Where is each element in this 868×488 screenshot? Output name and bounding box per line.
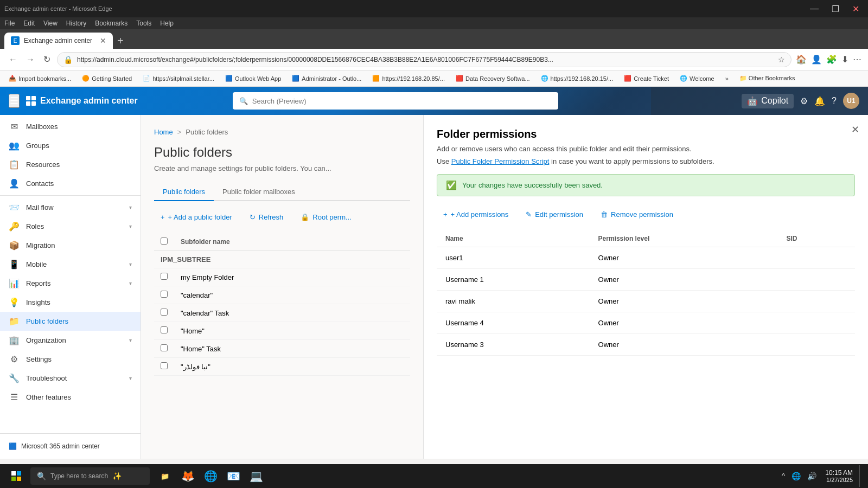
edit-permission-button[interactable]: ✎ Edit permission <box>519 207 590 222</box>
tray-speaker-icon[interactable]: 🔊 <box>805 470 819 483</box>
menu-edit[interactable]: Edit <box>23 20 35 27</box>
tray-chevron-icon[interactable]: ^ <box>780 470 788 483</box>
sidebar-item-organization[interactable]: 🏢 Organization ▾ <box>0 331 141 350</box>
row-checkbox[interactable] <box>161 273 168 280</box>
remove-permission-button[interactable]: 🗑 Remove permission <box>594 207 680 222</box>
forward-button[interactable]: → <box>24 53 37 67</box>
root-permissions-button[interactable]: 🔒 Root perm... <box>294 210 358 224</box>
bookmark-import[interactable]: 📥 Import bookmarks... <box>4 74 75 83</box>
settings-icon[interactable]: ⚙ <box>800 96 808 106</box>
sidebar-item-insights[interactable]: 💡 Insights <box>0 293 141 312</box>
row-checkbox[interactable] <box>161 362 168 369</box>
menu-file[interactable]: File <box>4 20 15 27</box>
row-checkbox[interactable] <box>161 291 168 298</box>
permission-row[interactable]: Username 1 Owner <box>437 269 855 291</box>
permission-row[interactable]: ravi malik Owner <box>437 291 855 312</box>
tab-close-button[interactable]: ✕ <box>100 36 106 45</box>
hamburger-menu-button[interactable]: ☰ <box>9 94 20 108</box>
taskbar-app-outlook[interactable]: 📧 <box>222 465 244 487</box>
table-row[interactable]: "calendar" Task <box>154 304 410 322</box>
more-options-icon[interactable]: ⋯ <box>853 54 861 65</box>
taskbar-app-visual-studio[interactable]: 💻 <box>245 465 267 487</box>
notification-bell-icon[interactable]: 🔔 <box>814 96 825 106</box>
refresh-button[interactable]: ↻ Refresh <box>243 210 290 224</box>
menu-help[interactable]: Help <box>160 20 174 27</box>
menu-tools[interactable]: Tools <box>136 20 151 27</box>
sidebar-item-groups[interactable]: 👥 Groups <box>0 136 141 155</box>
back-button[interactable]: ← <box>7 53 20 67</box>
sidebar-item-public-folders[interactable]: 📁 Public folders <box>0 312 141 331</box>
bookmark-welcome[interactable]: 🌐 Welcome <box>675 74 719 83</box>
bookmark-data-recovery[interactable]: 🟥 Data Recovery Softwa... <box>451 74 534 83</box>
download-icon[interactable]: ⬇ <box>841 54 848 65</box>
taskbar-search-box[interactable]: 🔍 Type here to search ✨ <box>30 467 150 485</box>
row-checkbox[interactable] <box>161 309 168 316</box>
bookmark-sitpl[interactable]: 📄 https://sitplmail.stellar... <box>138 74 219 83</box>
user-avatar[interactable]: U1 <box>843 93 859 109</box>
sidebar-item-mailboxes[interactable]: ✉ Mailboxes <box>0 117 141 136</box>
select-all-checkbox[interactable] <box>161 237 168 245</box>
favorites-icon[interactable]: 🏠 <box>796 54 807 65</box>
address-input[interactable] <box>57 52 792 67</box>
bookmark-create-ticket[interactable]: 🟥 Create Ticket <box>620 74 673 83</box>
bookmark-getting-started[interactable]: 🟠 Getting Started <box>78 74 136 83</box>
permission-row[interactable]: Username 4 Owner <box>437 312 855 334</box>
active-tab[interactable]: E Exchange admin center ✕ <box>4 33 113 49</box>
permission-row[interactable]: user1 Owner <box>437 247 855 269</box>
taskbar-app-chrome[interactable]: 🌐 <box>200 465 221 487</box>
bookmark-outlook-web[interactable]: 🟦 Outlook Web App <box>221 74 285 83</box>
taskbar-app-firefox[interactable]: 🦊 <box>177 465 199 487</box>
bookmark-192-15[interactable]: 🌐 https://192.168.20.15/... <box>537 74 618 83</box>
system-clock[interactable]: 10:15 AM 1/27/2025 <box>823 467 855 485</box>
tray-network-icon[interactable]: 🌐 <box>789 470 803 483</box>
start-button[interactable] <box>4 466 28 486</box>
star-bookmark-icon[interactable]: ☆ <box>778 55 785 64</box>
bookmark-192-85[interactable]: 🟧 https://192.168.20.85/... <box>368 74 449 83</box>
add-permissions-button[interactable]: + + Add permissions <box>437 207 515 222</box>
sidebar-item-resources[interactable]: 📋 Resources <box>0 155 141 174</box>
sidebar-item-troubleshoot[interactable]: 🔧 Troubleshoot ▾ <box>0 369 141 388</box>
sidebar-item-settings[interactable]: ⚙ Settings <box>0 350 141 369</box>
row-checkbox[interactable] <box>161 344 168 351</box>
menu-view[interactable]: View <box>43 20 58 27</box>
taskbar-app-file-explorer[interactable]: 📁 <box>154 465 176 487</box>
search-box[interactable]: 🔍 <box>233 92 558 110</box>
table-row[interactable]: "calendar" <box>154 286 410 304</box>
new-tab-button[interactable]: + <box>117 33 124 49</box>
sidebar-item-other-features[interactable]: ☰ Other features <box>0 388 141 407</box>
permission-row[interactable]: Username 3 Owner <box>437 334 855 356</box>
reload-button[interactable]: ↻ <box>41 52 53 67</box>
breadcrumb-home-link[interactable]: Home <box>154 128 173 136</box>
table-row[interactable]: "Home" Task <box>154 340 410 358</box>
copilot-button[interactable]: 🤖 Copilot <box>742 94 794 108</box>
sidebar-item-reports[interactable]: 📊 Reports ▾ <box>0 274 141 293</box>
ms365-admin-link[interactable]: 🟦 Microsoft 365 admin center <box>0 438 141 454</box>
table-row[interactable]: "Home" <box>154 322 410 340</box>
table-row[interactable]: my Empty Folder <box>154 268 410 286</box>
search-input[interactable] <box>252 97 552 105</box>
help-icon[interactable]: ? <box>832 96 837 106</box>
minimize-button[interactable]: — <box>806 3 823 15</box>
extensions-icon[interactable]: 🧩 <box>826 54 837 65</box>
more-bookmarks-button[interactable]: » <box>721 74 733 83</box>
public-folder-permission-script-link[interactable]: Public Folder Permission Script <box>451 157 550 165</box>
restore-button[interactable]: ❐ <box>827 3 844 15</box>
add-public-folder-button[interactable]: + + Add a public folder <box>154 210 239 224</box>
menu-bookmarks[interactable]: Bookmarks <box>95 20 127 27</box>
close-button[interactable]: ✕ <box>848 3 864 15</box>
sidebar-item-migration[interactable]: 📦 Migration <box>0 236 141 255</box>
menu-history[interactable]: History <box>66 20 86 27</box>
profile-icon[interactable]: 👤 <box>811 54 822 65</box>
sidebar-item-mail-flow[interactable]: 📨 Mail flow ▾ <box>0 198 141 217</box>
sidebar-item-mobile[interactable]: 📱 Mobile ▾ <box>0 255 141 274</box>
sidebar-item-roles[interactable]: 🔑 Roles ▾ <box>0 217 141 236</box>
panel-close-button[interactable]: ✕ <box>851 124 859 136</box>
bookmark-admin-outlook[interactable]: 🟦 Administrator - Outlo... <box>288 74 366 83</box>
tab-public-folder-mailboxes[interactable]: Public folder mailboxes <box>214 183 304 201</box>
table-row[interactable]: "نبا فولڈر" <box>154 358 410 376</box>
tab-public-folders[interactable]: Public folders <box>154 183 214 201</box>
sidebar-item-contacts[interactable]: 👤 Contacts <box>0 174 141 193</box>
row-checkbox[interactable] <box>161 326 168 333</box>
show-desktop-button[interactable] <box>859 465 864 487</box>
bookmark-other[interactable]: 📁 Other Bookmarks <box>735 74 800 83</box>
